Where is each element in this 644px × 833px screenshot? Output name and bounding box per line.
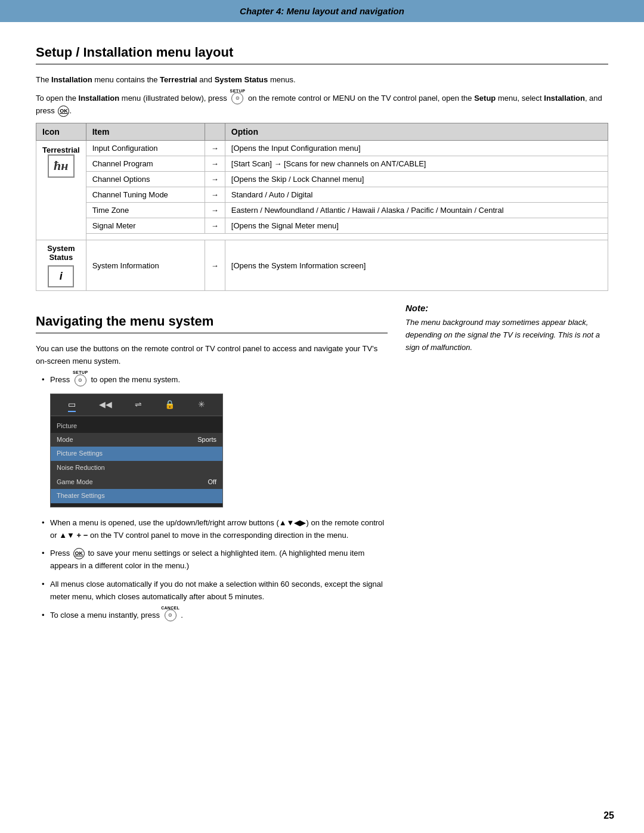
option-channel-options: [Opens the Skip / Lock Channel menu] (225, 172, 608, 187)
item-signal-meter: Signal Meter (86, 218, 205, 234)
tv-icon-other: ✳ (198, 398, 205, 412)
tv-menu-row: Mode Sports (51, 433, 222, 447)
tv-row-label: Noise Reduction (57, 463, 105, 473)
setup-installation-section: Setup / Installation menu layout The Ins… (36, 45, 608, 291)
item-channel-tuning: Channel Tuning Mode (86, 187, 205, 203)
table-row: Signal Meter → [Opens the Signal Meter m… (36, 218, 608, 234)
system-status-label: System Status (42, 244, 80, 262)
cancel-button-ref: CANCEL ⊙ (165, 609, 177, 622)
setup-button-ref-1: SETUP ⊙ (231, 92, 243, 105)
tv-menu-category: Picture (51, 420, 222, 433)
col-item: Item (86, 123, 205, 141)
col-arrow-header (205, 123, 225, 141)
tv-row-label: Theater Settings (57, 491, 105, 501)
bullet-2: When a menu is opened, use the up/down/l… (42, 517, 388, 542)
option-input-config: [Opens the Input Configuration menu] (225, 141, 608, 156)
system-status-icon-cell: System Status i (36, 240, 86, 291)
table-row: Channel Program → [Start Scan] → [Scans … (36, 156, 608, 172)
chapter-header: Chapter 4: Menu layout and navigation (0, 0, 644, 22)
option-system-information: [Opens the System Information screen] (225, 240, 608, 291)
tv-menu-row: Theater Settings (51, 489, 222, 503)
tv-icon-picture: ▭ (68, 398, 76, 412)
item-system-information: System Information (86, 240, 205, 291)
intro-paragraph-2: To open the Installation menu (illustrat… (36, 92, 608, 117)
item-channel-options: Channel Options (86, 172, 205, 187)
item-input-config: Input Configuration (86, 141, 205, 156)
tv-menu-row: Noise Reduction (51, 461, 222, 475)
table-row: Channel Tuning Mode → Standard / Auto / … (36, 187, 608, 203)
option-channel-program: [Start Scan] → [Scans for new channels o… (225, 156, 608, 172)
terrestrial-label: Terrestrial (42, 145, 80, 154)
navigating-intro: You can use the buttons on the remote co… (36, 343, 388, 368)
section-divider-1 (36, 64, 608, 64)
arrow-4: → (205, 187, 225, 203)
tv-menu-topbar: ▭ ◀◀ ⇌ 🔒 ✳ (51, 394, 222, 416)
system-status-icon: i (48, 265, 74, 287)
intro-paragraph-1: The Installation menu contains the Terre… (36, 74, 608, 86)
setup-installation-title: Setup / Installation menu layout (36, 45, 608, 60)
terrestrial-icon: ħн (48, 154, 74, 177)
tv-menu-row: Picture Settings (51, 447, 222, 461)
table-row: Time Zone → Eastern / Newfoundland / Atl… (36, 203, 608, 218)
section-divider-2 (36, 333, 388, 333)
arrow-6: → (205, 218, 225, 234)
bullet-5: To close a menu instantly, press CANCEL … (42, 609, 388, 622)
tv-row-label: Game Mode (57, 477, 93, 488)
ok-button-ref-1: OK (58, 106, 69, 117)
bullet-1: Press SETUP ⊙ to open the menu system. ▭… (42, 374, 388, 507)
main-content: Setup / Installation menu layout The Ins… (0, 22, 644, 645)
option-time-zone: Eastern / Newfoundland / Atlantic / Hawa… (225, 203, 608, 218)
col-icon: Icon (36, 123, 86, 141)
tv-menu-mockup: ▭ ◀◀ ⇌ 🔒 ✳ Picture Mode Sports (50, 394, 223, 507)
tv-row-value: Off (208, 477, 216, 488)
col-option: Option (225, 123, 608, 141)
item-channel-program: Channel Program (86, 156, 205, 172)
option-signal-meter: [Opens the Signal Meter menu] (225, 218, 608, 234)
note-title: Note: (405, 303, 608, 313)
page-number: 25 (603, 810, 614, 821)
navigating-col-left: Navigating the menu system You can use t… (36, 303, 388, 627)
arrow-1: → (205, 141, 225, 156)
ok-button-ref-2: OK (73, 548, 85, 559)
arrow-5: → (205, 203, 225, 218)
table-row: Terrestrial ħн Input Configuration → [Op… (36, 141, 608, 156)
navigating-bullets: Press SETUP ⊙ to open the menu system. ▭… (36, 374, 388, 621)
note-text: The menu background may sometimes appear… (405, 317, 608, 354)
item-time-zone: Time Zone (86, 203, 205, 218)
tv-row-label: Picture Settings (57, 448, 103, 459)
terrestrial-icon-cell: Terrestrial ħн (36, 141, 86, 240)
table-row-spacer (36, 234, 608, 240)
table-row: System Status i System Information → [Op… (36, 240, 608, 291)
tv-icon-settings: ⇌ (135, 398, 142, 412)
navigating-col-right: Note: The menu background may sometimes … (405, 303, 608, 627)
table-row: Channel Options → [Opens the Skip / Lock… (36, 172, 608, 187)
arrow-2: → (205, 156, 225, 172)
option-channel-tuning: Standard / Auto / Digital (225, 187, 608, 203)
tv-row-label: Mode (57, 435, 73, 445)
navigating-title: Navigating the menu system (36, 314, 388, 329)
bullet-4: All menus close automatically if you do … (42, 578, 388, 603)
navigating-section: Navigating the menu system You can use t… (36, 303, 608, 627)
tv-menu-row: Game Mode Off (51, 475, 222, 490)
bullet-3: Press OK to save your menu settings or s… (42, 547, 388, 572)
chapter-title: Chapter 4: Menu layout and navigation (240, 6, 404, 16)
arrow-7: → (205, 240, 225, 291)
installation-menu-table: Icon Item Option Terrestrial ħн Input Co… (36, 123, 608, 291)
tv-row-value: Sports (197, 435, 216, 445)
tv-icon-sound: ◀◀ (99, 398, 112, 412)
arrow-3: → (205, 172, 225, 187)
tv-menu-content: Picture Mode Sports Picture Settings Noi… (51, 416, 222, 507)
setup-button-ref-2: SETUP ⊙ (75, 374, 86, 386)
tv-icon-lock: 🔒 (165, 398, 175, 412)
note-box: Note: The menu background may sometimes … (405, 303, 608, 354)
